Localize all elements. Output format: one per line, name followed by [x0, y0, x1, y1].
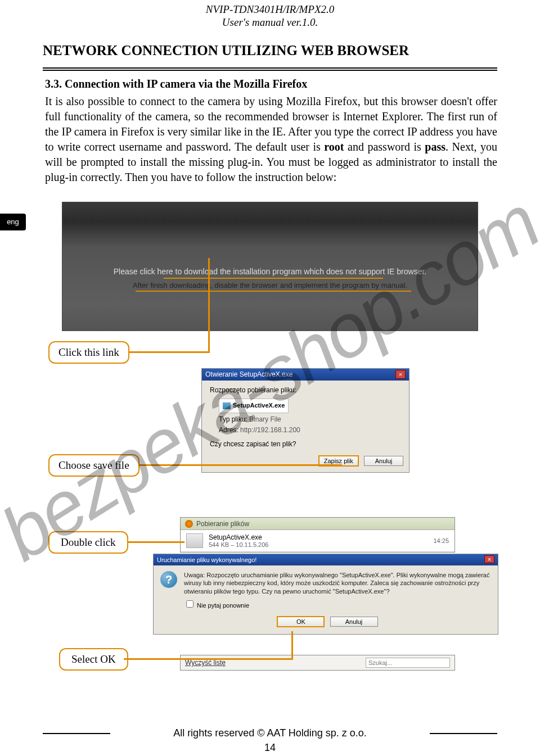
dont-ask-label: Nie pytaj ponownie — [197, 602, 249, 609]
callout-line — [129, 351, 208, 353]
subsection-heading: 3.3. Connection with IP camera via the M… — [45, 78, 497, 90]
callout-click-link: Click this link — [48, 341, 129, 364]
page-number: 14 — [0, 742, 540, 754]
browser-msg-line1: Please click here to download the instal… — [62, 267, 478, 276]
dialog-title: Otwieranie SetupActiveX.exe — [205, 369, 292, 381]
callout-line — [140, 464, 342, 466]
underline-2 — [136, 291, 411, 292]
cancel-button[interactable]: Anuluj — [330, 617, 378, 627]
download-row[interactable]: SetupActiveX.exe 544 KB – 10.11.5.206 14… — [181, 530, 454, 552]
callout-choose-save: Choose save file — [48, 454, 140, 477]
downloads-footer: Wyczyść listę — [180, 655, 455, 671]
firefox-icon — [185, 520, 193, 528]
save-dialog: Otwieranie SetupActiveX.exe × Rozpoczęto… — [201, 368, 410, 473]
file-icon — [223, 402, 231, 409]
search-input[interactable] — [366, 658, 450, 668]
callout-double-click: Double click — [48, 531, 128, 554]
doc-header: NVIP-TDN3401H/IR/MPX2.0 User's manual ve… — [0, 0, 540, 29]
language-tab: eng — [0, 214, 26, 230]
underline-1 — [164, 278, 383, 279]
downloads-title: Pobieranie plików — [196, 518, 249, 530]
security-warning-dialog: Uruchamianie pliku wykonywalnego! × ? Uw… — [153, 554, 498, 635]
browser-msg-line2: After finish downloading, disable the br… — [62, 281, 478, 289]
callout-select-ok: Select OK — [59, 648, 128, 671]
addr-label: Adres: — [219, 426, 238, 434]
footer-rule — [430, 733, 497, 734]
browser-screenshot: Please click here to download the instal… — [62, 202, 478, 331]
clear-list-link[interactable]: Wyczyść listę — [185, 659, 226, 667]
callout-line — [291, 631, 293, 660]
secwarn-title: Uruchamianie pliku wykonywalnego! — [157, 554, 256, 565]
divider — [43, 67, 497, 71]
callout-line — [124, 658, 292, 660]
type-value: Binary File — [249, 415, 281, 423]
footer: All rights reserved © AAT Holding sp. z … — [0, 727, 540, 739]
download-time: 14:25 — [433, 537, 449, 544]
bold-root: root — [324, 141, 344, 153]
download-info: 544 KB – 10.11.5.206 — [209, 541, 433, 548]
secwarn-titlebar: Uruchamianie pliku wykonywalnego! × — [154, 554, 498, 565]
bold-pass: pass — [425, 141, 446, 153]
secwarn-body: Uwaga: Rozpoczęto uruchamianie pliku wyk… — [184, 571, 491, 595]
section-title: NETWORK CONNECTION UTILIZING WEB BROWSER — [0, 29, 540, 64]
ok-button[interactable]: OK — [277, 616, 325, 627]
close-icon[interactable]: × — [484, 555, 494, 563]
question-icon: ? — [160, 571, 177, 588]
cancel-button[interactable]: Anuluj — [364, 456, 403, 466]
callout-line — [127, 541, 184, 543]
footer-rule — [43, 733, 110, 734]
download-file-icon — [186, 533, 203, 548]
paragraph: It is also possible to connect to the ca… — [45, 94, 497, 185]
dont-ask-checkbox[interactable] — [186, 600, 194, 608]
callout-line — [208, 258, 210, 353]
download-filename: SetupActiveX.exe — [209, 533, 433, 541]
model-name: NVIP-TDN3401H/IR/MPX2.0 — [0, 3, 540, 16]
para-mid: and password is — [344, 141, 425, 153]
filename: SetupActiveX.exe — [233, 402, 285, 409]
downloads-window: Pobieranie plików SetupActiveX.exe 544 K… — [180, 517, 455, 553]
copyright: All rights reserved © AAT Holding sp. z … — [173, 727, 367, 739]
dialog-titlebar: Otwieranie SetupActiveX.exe × — [202, 369, 409, 381]
dialog-question: Czy chcesz zapisać ten plik? — [210, 439, 401, 450]
dialog-line1: Rozpoczęto pobieranie pliku: — [210, 385, 401, 396]
downloads-titlebar: Pobieranie plików — [181, 518, 454, 530]
manual-version: User's manual ver.1.0. — [0, 16, 540, 29]
type-label: Typ pliku: — [219, 415, 248, 423]
close-icon[interactable]: × — [395, 370, 406, 379]
file-box: SetupActiveX.exe — [219, 399, 289, 413]
addr-value: http://192.168.1.200 — [240, 426, 300, 434]
